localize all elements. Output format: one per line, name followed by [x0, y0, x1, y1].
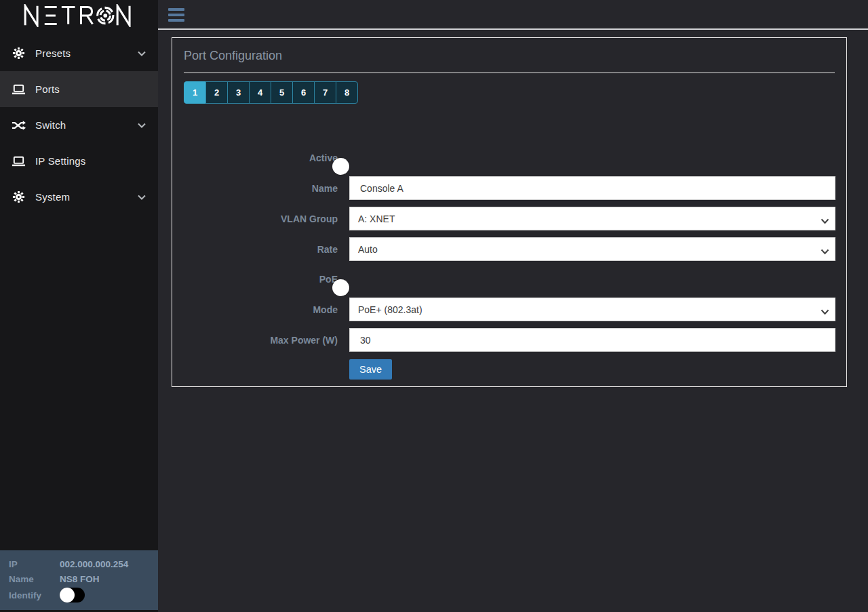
max-power-input[interactable] [349, 328, 835, 352]
chevron-down-icon [138, 195, 146, 200]
tab-port-8[interactable]: 8 [336, 81, 358, 104]
toggle-knob [60, 588, 75, 603]
vlan-group-select[interactable]: A: XNET [349, 207, 835, 230]
laptop-icon [11, 155, 26, 167]
tab-port-7[interactable]: 7 [314, 81, 336, 104]
rate-select[interactable]: Auto [349, 237, 835, 261]
poe-label: PoE [172, 274, 338, 285]
save-button[interactable]: Save [349, 359, 392, 380]
max-power-label: Max Power (W) [172, 335, 338, 346]
ip-label: IP [9, 559, 60, 569]
sidebar-item-ports[interactable]: Ports [0, 71, 158, 107]
sidebar-item-label: System [35, 191, 70, 203]
toggle-knob [332, 279, 349, 296]
port-config-form: Active Name VLAN Group A: XNET [172, 146, 846, 380]
active-label: Active [172, 152, 338, 163]
ip-value: 002.000.000.254 [60, 559, 128, 569]
mode-select[interactable]: PoE+ (802.3at) [349, 298, 835, 321]
netron-logo [0, 0, 158, 31]
gear-icon [11, 191, 26, 203]
tab-port-2[interactable]: 2 [205, 81, 228, 104]
laptop-icon [11, 83, 26, 96]
name-input[interactable] [349, 176, 835, 200]
app-window: Presets Ports [0, 0, 868, 612]
sidebar-item-label: Switch [35, 119, 66, 131]
sidebar-item-label: IP Settings [35, 155, 85, 167]
tab-port-6[interactable]: 6 [292, 81, 315, 104]
name-label: Name [9, 574, 60, 584]
sidebar-item-label: Ports [35, 83, 60, 95]
gear-icon [11, 47, 26, 60]
port-tabs: 1 2 3 4 5 6 7 8 [184, 81, 835, 104]
shuffle-icon [11, 119, 26, 131]
tab-port-1[interactable]: 1 [184, 81, 206, 104]
name-field-label: Name [172, 183, 338, 194]
chevron-down-icon [138, 123, 146, 128]
chevron-down-icon [138, 51, 146, 56]
tab-port-4[interactable]: 4 [249, 81, 271, 104]
tab-port-3[interactable]: 3 [227, 81, 250, 104]
sidebar-item-ip-settings[interactable]: IP Settings [0, 143, 158, 179]
sidebar-nav: Presets Ports [0, 35, 158, 215]
device-info-panel: IP 002.000.000.254 Name NS8 FOH Identify [0, 550, 158, 610]
title-divider [184, 73, 835, 73]
vlan-group-label: VLAN Group [172, 213, 338, 224]
sidebar-item-system[interactable]: System [0, 179, 158, 215]
topbar [158, 0, 868, 30]
sidebar-item-switch[interactable]: Switch [0, 107, 158, 143]
netron-logo-icon [6, 4, 150, 27]
port-configuration-card: Port Configuration 1 2 3 4 5 6 7 8 Activ… [172, 37, 847, 387]
sidebar-item-presets[interactable]: Presets [0, 35, 158, 71]
toggle-knob [332, 158, 349, 175]
sidebar-item-label: Presets [35, 47, 71, 59]
hamburger-icon[interactable] [168, 8, 184, 22]
identify-label: Identify [9, 590, 60, 600]
rate-label: Rate [172, 244, 338, 255]
name-value: NS8 FOH [60, 574, 100, 584]
tab-port-5[interactable]: 5 [271, 81, 293, 104]
page-title: Port Configuration [184, 49, 835, 63]
sidebar: Presets Ports [0, 0, 158, 612]
identify-toggle[interactable] [60, 588, 85, 603]
mode-label: Mode [172, 304, 338, 315]
